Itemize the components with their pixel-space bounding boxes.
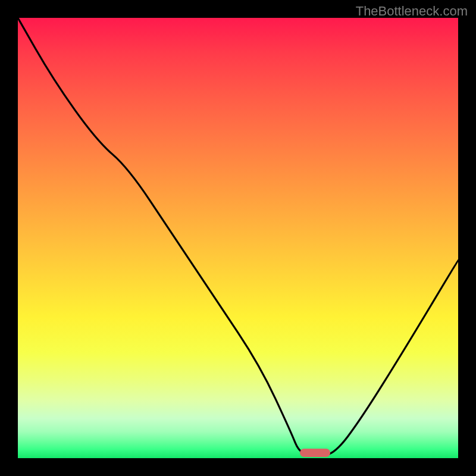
bottleneck-curve <box>18 18 458 458</box>
optimal-range-marker <box>300 449 331 457</box>
watermark-text: TheBottleneck.com <box>356 4 468 19</box>
chart-plot-area <box>18 18 458 458</box>
curve-path <box>18 18 458 455</box>
